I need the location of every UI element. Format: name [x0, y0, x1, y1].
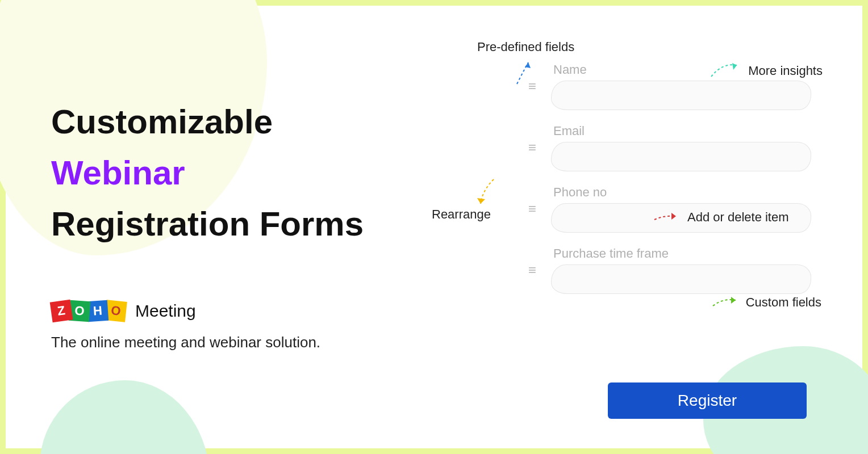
callout-rearrange: Rearrange [432, 207, 491, 222]
callout-predefined-fields: Pre-defined fields [477, 40, 574, 54]
zoho-logo: Z O H O [51, 301, 126, 321]
svg-marker-3 [671, 213, 676, 220]
name-field[interactable] [551, 81, 811, 110]
headline-line1: Customizable [51, 103, 273, 141]
drag-handle-icon[interactable]: ≡ [528, 202, 540, 216]
drag-handle-icon[interactable]: ≡ [528, 141, 540, 154]
callout-custom-fields: Custom fields [712, 295, 821, 310]
purchase-timeframe-field[interactable] [551, 264, 811, 294]
arrow-icon [712, 296, 740, 309]
logo-letter-z: Z [50, 300, 73, 323]
callout-more-insights: More insights [708, 60, 823, 82]
field-label: Email [551, 124, 811, 138]
field-label: Purchase time frame [551, 246, 811, 261]
register-button[interactable]: Register [608, 382, 807, 419]
email-field[interactable] [551, 142, 811, 171]
arrow-icon [708, 60, 742, 82]
callout-add-or-delete: Add or delete item [653, 210, 789, 225]
form-field-row: ≡ Email [528, 124, 811, 171]
svg-marker-1 [732, 63, 737, 70]
brand-row: Z O H O Meeting [51, 301, 426, 321]
registration-form: ≡ Name ≡ Email ≡ Phone no [528, 62, 811, 308]
drag-handle-icon[interactable]: ≡ [528, 263, 540, 277]
form-field-row: ≡ Phone no [528, 185, 811, 233]
headline-accent: Webinar [51, 154, 185, 192]
callout-label: Custom fields [746, 295, 821, 310]
tagline: The online meeting and webinar solution. [51, 334, 426, 351]
callout-label: More insights [748, 64, 823, 78]
product-name: Meeting [135, 301, 196, 321]
headline: Customizable Webinar Registration Forms [51, 96, 426, 250]
callout-label: Pre-defined fields [477, 40, 574, 54]
form-field-row: ≡ Purchase time frame [528, 246, 811, 294]
svg-marker-2 [477, 198, 485, 204]
field-label: Phone no [551, 185, 811, 200]
arrow-icon [474, 176, 502, 211]
svg-marker-4 [731, 297, 736, 304]
headline-line3: Registration Forms [51, 205, 364, 243]
arrow-icon [511, 56, 534, 90]
callout-label: Add or delete item [687, 210, 789, 225]
arrow-icon [653, 211, 682, 224]
